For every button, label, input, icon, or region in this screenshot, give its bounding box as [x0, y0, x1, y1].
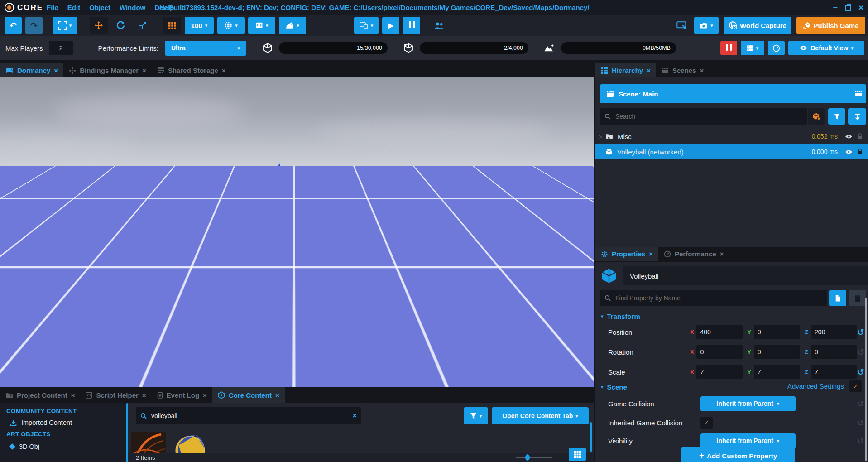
- redo-button[interactable]: ↷: [25, 17, 43, 34]
- tab-properties[interactable]: Properties ×: [595, 247, 658, 261]
- performance-limits-dropdown[interactable]: Ultra ▾: [165, 41, 246, 56]
- visibility-eye-icon[interactable]: [845, 149, 853, 154]
- reset-rotation-icon[interactable]: ↺: [857, 348, 864, 356]
- undo-button[interactable]: ↶: [5, 17, 22, 34]
- content-scrollbar[interactable]: [590, 422, 592, 452]
- tab-bindings-manager[interactable]: Bindings Manager ×: [63, 63, 152, 77]
- close-tab-icon[interactable]: ×: [275, 391, 279, 399]
- thumbnail-size-slider-track[interactable]: [516, 457, 552, 458]
- position-z-input[interactable]: [811, 325, 857, 339]
- world-capture-button[interactable]: World Capture: [724, 17, 791, 34]
- property-search-input[interactable]: [614, 294, 823, 302]
- scale-y-input[interactable]: [754, 365, 800, 379]
- position-y-input[interactable]: [754, 325, 800, 339]
- restore-button[interactable]: [845, 5, 851, 11]
- hierarchy-row-misc[interactable]: ▷ Misc 0.052 ms: [595, 129, 868, 144]
- tab-dormancy[interactable]: Dormancy ×: [0, 63, 63, 77]
- performance-monitor-button[interactable]: [768, 41, 785, 55]
- scene-selector-dropdown[interactable]: Scene: Main ▾: [600, 84, 860, 103]
- menu-help[interactable]: Help: [159, 4, 174, 11]
- advanced-settings-link[interactable]: Advanced Settings: [787, 382, 844, 390]
- copy-properties-button[interactable]: [829, 290, 846, 306]
- close-tab-icon[interactable]: ×: [647, 67, 651, 74]
- close-tab-icon[interactable]: ×: [142, 67, 146, 74]
- gizmo-plane-handle[interactable]: [309, 168, 317, 175]
- sidebar-item-imported-content[interactable]: Imported Content: [0, 414, 126, 426]
- move-tool-button[interactable]: [90, 17, 108, 34]
- scene-viewport[interactable]: [0, 77, 594, 387]
- add-custom-property-button[interactable]: + Add Custom Property: [681, 447, 795, 462]
- collapse-all-button[interactable]: [848, 108, 866, 125]
- content-search[interactable]: ×: [136, 407, 361, 424]
- selection-mode-dropdown[interactable]: ▾: [53, 17, 77, 34]
- close-tab-icon[interactable]: ×: [54, 67, 58, 74]
- reset-position-icon[interactable]: ↺: [857, 328, 864, 337]
- reset-scale-icon[interactable]: ↺: [857, 368, 864, 376]
- publish-game-button[interactable]: Publish Game: [796, 17, 865, 34]
- close-tab-icon[interactable]: ×: [700, 67, 704, 74]
- tab-project-content[interactable]: Project Content ×: [0, 387, 80, 403]
- object-name-field[interactable]: [623, 266, 868, 285]
- property-search[interactable]: [600, 290, 827, 306]
- tab-performance[interactable]: Performance ×: [658, 247, 729, 261]
- clear-search-icon[interactable]: ×: [353, 412, 357, 420]
- visibility-dropdown[interactable]: Inherit from Parent ▾: [700, 433, 796, 448]
- close-tab-icon[interactable]: ×: [649, 250, 653, 258]
- grid-snap-button[interactable]: [163, 17, 181, 34]
- scale-x-input[interactable]: [696, 365, 743, 379]
- reset-inherited-icon[interactable]: ↺: [857, 419, 864, 427]
- tab-hierarchy[interactable]: Hierarchy ×: [595, 63, 656, 77]
- tab-shared-storage[interactable]: Shared Storage ×: [152, 63, 231, 77]
- close-tab-icon[interactable]: ×: [720, 250, 724, 258]
- multiplayer-preview-button[interactable]: [432, 17, 446, 34]
- hierarchy-search[interactable]: [600, 108, 807, 125]
- menu-edit[interactable]: Edit: [67, 4, 80, 11]
- lock-icon[interactable]: [857, 149, 863, 155]
- transform-gizmo[interactable]: [217, 154, 362, 272]
- gizmo-x-axis-dot[interactable]: [261, 201, 267, 207]
- hierarchy-filter-button[interactable]: [828, 108, 845, 125]
- menu-object[interactable]: Object: [89, 4, 110, 11]
- screen-share-button[interactable]: [675, 17, 689, 34]
- tab-core-content[interactable]: Core Content ×: [212, 387, 285, 403]
- sidebar-scrollbar[interactable]: [126, 403, 128, 462]
- paste-properties-button[interactable]: [849, 290, 866, 306]
- snap-size-dropdown[interactable]: 100 ▾: [185, 17, 214, 34]
- close-tab-icon[interactable]: ×: [71, 391, 75, 399]
- save-dropdown[interactable]: ▾: [741, 41, 764, 55]
- rotation-x-input[interactable]: [696, 345, 743, 359]
- tab-script-helper[interactable]: Script Helper ×: [80, 387, 151, 403]
- world-tools-dropdown[interactable]: ▾: [217, 17, 245, 34]
- inherited-game-collision-checkbox[interactable]: ✓: [700, 417, 713, 429]
- reset-visibility-icon[interactable]: ↺: [857, 437, 864, 445]
- tab-event-log[interactable]: Event Log ×: [152, 387, 212, 403]
- properties-scrollbar[interactable]: [865, 298, 867, 461]
- game-collision-dropdown[interactable]: Inherit from Parent ▾: [700, 396, 796, 411]
- lock-icon[interactable]: [857, 133, 863, 140]
- content-search-input[interactable]: [150, 412, 349, 420]
- visibility-eye-icon[interactable]: [845, 134, 853, 139]
- close-tab-icon[interactable]: ×: [203, 391, 207, 399]
- transform-section-header[interactable]: ▾ Transform: [601, 313, 640, 320]
- max-players-input[interactable]: [49, 41, 73, 55]
- scale-z-input[interactable]: [811, 365, 857, 379]
- scene-section-header[interactable]: ▾ Scene: [601, 383, 627, 391]
- advanced-settings-checkbox[interactable]: ✓: [849, 380, 862, 392]
- new-scene-button[interactable]: [851, 84, 866, 103]
- close-tab-icon[interactable]: ×: [142, 391, 146, 399]
- open-core-content-tab-button[interactable]: Open Core Content Tab ▾: [492, 407, 589, 424]
- thumbnail-size-slider-handle[interactable]: [525, 454, 530, 461]
- sidebar-item-3d-objects[interactable]: 3D Obj: [0, 438, 126, 450]
- gizmo-y-axis[interactable]: [279, 205, 313, 207]
- rotate-tool-button[interactable]: [111, 17, 129, 34]
- grid-view-toggle[interactable]: [569, 448, 586, 461]
- content-filter-dropdown[interactable]: ▾: [464, 407, 488, 424]
- menu-window[interactable]: Window: [120, 4, 145, 11]
- close-tab-icon[interactable]: ×: [222, 67, 226, 74]
- terrain-dropdown[interactable]: ▾: [279, 17, 306, 34]
- rotation-z-input[interactable]: [811, 345, 857, 359]
- default-view-dropdown[interactable]: Default View ▾: [788, 41, 864, 55]
- scale-tool-button[interactable]: [133, 17, 151, 34]
- play-button[interactable]: ▶: [382, 17, 399, 34]
- camera-capture-dropdown[interactable]: ▾: [694, 17, 719, 34]
